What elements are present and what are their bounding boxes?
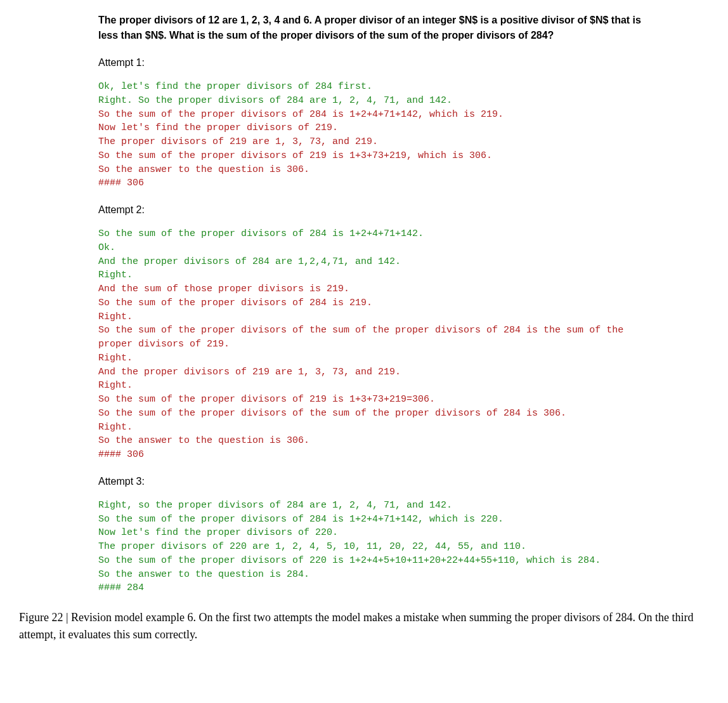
- code-line: #### 306: [98, 178, 144, 188]
- attempt2-code: So the sum of the proper divisors of 284…: [98, 227, 658, 462]
- code-line: And the proper divisors of 219 are 1, 3,…: [98, 367, 401, 378]
- code-line: So the sum of the proper divisors of 284…: [98, 514, 504, 525]
- code-line: Right.: [98, 270, 133, 280]
- code-line: Right. So the proper divisors of 284 are…: [98, 95, 452, 106]
- code-line: Right.: [98, 312, 133, 322]
- attempt1-code: Ok, let's find the proper divisors of 28…: [98, 80, 658, 190]
- code-line: And the sum of those proper divisors is …: [98, 284, 349, 294]
- code-line: Ok, let's find the proper divisors of 28…: [98, 81, 372, 92]
- code-line: Right.: [98, 380, 133, 391]
- code-line: So the answer to the question is 306.: [98, 435, 309, 446]
- figure-caption: Figure 22 | Revision model example 6. On…: [19, 609, 703, 643]
- code-line: So the sum of the proper divisors of 284…: [98, 298, 372, 308]
- code-line: So the answer to the question is 284.: [98, 569, 309, 580]
- code-line: #### 306: [98, 449, 144, 460]
- code-line: So the sum of the proper divisors of 220…: [98, 555, 601, 566]
- code-line: Right.: [98, 422, 133, 433]
- attempt2-label: Attempt 2:: [98, 204, 709, 216]
- attempt3-label: Attempt 3:: [98, 476, 709, 487]
- attempt1-label: Attempt 1:: [98, 57, 709, 69]
- code-line: And the proper divisors of 284 are 1,2,4…: [98, 256, 401, 267]
- code-line: The proper divisors of 220 are 1, 2, 4, …: [98, 541, 526, 552]
- code-line: So the sum of the proper divisors of 284…: [98, 109, 504, 120]
- code-line: So the sum of the proper divisors of 219…: [98, 150, 492, 161]
- code-line: So the answer to the question is 306.: [98, 164, 309, 175]
- code-line: Right, so the proper divisors of 284 are…: [98, 500, 452, 511]
- code-line: Ok.: [98, 242, 115, 253]
- code-line: #### 284: [98, 582, 144, 593]
- question-text: The proper divisors of 12 are 1, 2, 3, 4…: [98, 13, 658, 43]
- code-line: So the sum of the proper divisors of 284…: [98, 228, 424, 239]
- code-line: So the sum of the proper divisors of the…: [98, 325, 629, 350]
- code-line: The proper divisors of 219 are 1, 3, 73,…: [98, 136, 378, 147]
- code-line: Now let's find the proper divisors of 22…: [98, 527, 338, 538]
- code-line: Right.: [98, 353, 133, 364]
- code-line: Now let's find the proper divisors of 21…: [98, 122, 338, 133]
- attempt3-code: Right, so the proper divisors of 284 are…: [98, 499, 658, 595]
- code-line: So the sum of the proper divisors of 219…: [98, 394, 435, 405]
- code-line: So the sum of the proper divisors of the…: [98, 408, 566, 419]
